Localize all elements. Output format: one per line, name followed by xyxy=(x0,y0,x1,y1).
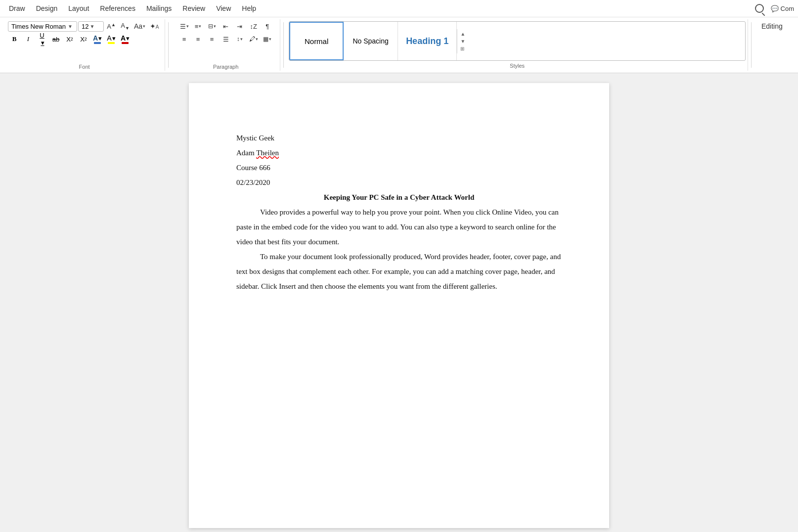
superscript-button[interactable]: X2 xyxy=(77,33,90,45)
style-normal[interactable]: Normal xyxy=(289,22,344,60)
align-center-button[interactable]: ≡ xyxy=(192,33,205,45)
italic-button[interactable]: I xyxy=(22,33,35,45)
highlight-color-button[interactable]: A ▾ xyxy=(105,33,118,45)
style-normal-label: Normal xyxy=(305,37,328,45)
borders-button[interactable]: ▦▾ xyxy=(261,33,274,45)
line-spacing-button[interactable]: ↕▾ xyxy=(233,33,246,45)
numbering-button[interactable]: ≡▾ xyxy=(192,20,205,32)
menu-draw[interactable]: Draw xyxy=(4,2,30,14)
doc-para2: To make your document look professionall… xyxy=(236,249,562,294)
font-name-arrow: ▼ xyxy=(68,24,73,29)
multilevel-list-button[interactable]: ⊟▾ xyxy=(206,20,219,32)
align-right-button[interactable]: ≡ xyxy=(206,33,219,45)
menu-view[interactable]: View xyxy=(211,2,236,14)
style-no-spacing-label: No Spacing xyxy=(353,37,388,45)
menu-mailings[interactable]: Mailings xyxy=(141,2,177,14)
menu-bar: Draw Design Layout References Mailings R… xyxy=(0,0,798,17)
decrease-indent-button[interactable]: ⇤ xyxy=(220,20,232,32)
doc-line-3: Course 666 xyxy=(236,160,562,175)
style-no-spacing[interactable]: No Spacing xyxy=(344,22,398,60)
subscript-button[interactable]: X2 xyxy=(63,33,76,45)
font-grow-button[interactable]: A▲ xyxy=(105,20,118,32)
comment-button[interactable]: 💬 Com xyxy=(771,5,794,12)
document-page[interactable]: Mystic Geek Adam Theilen Course 666 02/2… xyxy=(189,83,609,528)
menu-layout[interactable]: Layout xyxy=(63,2,94,14)
strikethrough-button[interactable]: ab xyxy=(49,33,62,45)
editing-button[interactable]: Editing xyxy=(758,20,786,32)
align-left-button[interactable]: ≡ xyxy=(178,33,191,45)
styles-expand[interactable]: ⊞ xyxy=(458,45,467,52)
menu-help[interactable]: Help xyxy=(237,2,261,14)
style-heading1-label: Heading 1 xyxy=(406,36,448,46)
doc-line2-misspelled: Theilen xyxy=(256,149,279,157)
font-color-button[interactable]: A ▾ xyxy=(91,33,104,45)
font-shrink-button[interactable]: A▼ xyxy=(119,20,132,32)
styles-scroll-controls: ▲ ▼ ⊞ xyxy=(457,29,468,53)
shading-button[interactable]: 🖍▾ xyxy=(247,33,260,45)
font-size-value: 12 xyxy=(82,23,89,30)
font-name-value: Times New Roman xyxy=(11,23,66,30)
menu-design[interactable]: Design xyxy=(31,2,63,14)
styles-scroll-up[interactable]: ▲ xyxy=(458,30,467,38)
sep3 xyxy=(751,22,752,68)
font-name-selector[interactable]: Times New Roman ▼ xyxy=(8,21,77,32)
doc-para1: Video provides a powerful way to help yo… xyxy=(236,205,562,249)
doc-title: Keeping Your PC Safe in a Cyber Attack W… xyxy=(236,190,562,205)
bold-button[interactable]: B xyxy=(8,33,21,45)
styles-group-label: Styles xyxy=(510,61,525,69)
doc-line-1: Mystic Geek xyxy=(236,131,562,145)
style-heading1[interactable]: Heading 1 xyxy=(398,22,457,60)
sort-button[interactable]: ↕Z xyxy=(247,20,260,32)
sep2 xyxy=(283,22,284,68)
editing-group: Editing xyxy=(754,19,794,71)
menu-review[interactable]: Review xyxy=(177,2,210,14)
styles-group: Normal No Spacing Heading 1 ▲ ▼ ⊞ xyxy=(287,19,748,71)
main-toolbar: Times New Roman ▼ 12 ▼ A▲ A▼ Aa xyxy=(0,17,798,73)
search-icon xyxy=(755,4,764,13)
styles-scroll-down[interactable]: ▼ xyxy=(458,38,467,45)
increase-indent-button[interactable]: ⇥ xyxy=(233,20,246,32)
search-button[interactable] xyxy=(751,2,768,15)
font-size-arrow: ▼ xyxy=(89,24,94,29)
paragraph-group: ☰▾ ≡▾ ⊟▾ ⇤ ⇥ ↕Z xyxy=(172,19,280,71)
font-size-selector[interactable]: 12 ▼ xyxy=(78,21,104,32)
font-group: Times New Roman ▼ 12 ▼ A▲ A▼ Aa xyxy=(4,19,165,71)
bullets-button[interactable]: ☰▾ xyxy=(178,20,191,32)
text-color-button[interactable]: A ▾ xyxy=(119,33,132,45)
doc-line2-prefix: Adam xyxy=(236,149,256,157)
document-area: Mystic Geek Adam Theilen Course 666 02/2… xyxy=(0,73,798,532)
sep1 xyxy=(168,22,169,68)
underline-button[interactable]: U ▾ xyxy=(36,33,48,45)
font-group-label: Font xyxy=(79,62,90,70)
show-paragraph-button[interactable]: ¶ xyxy=(261,20,274,32)
doc-line-4: 02/23/2020 xyxy=(236,175,562,190)
paragraph-group-label: Paragraph xyxy=(213,62,238,70)
change-case-button[interactable]: Aa ▾ xyxy=(133,20,147,32)
clear-formatting-button[interactable]: ✦A xyxy=(148,20,161,32)
menu-references[interactable]: References xyxy=(95,2,140,14)
justify-button[interactable]: ☰ xyxy=(220,33,232,45)
doc-line-2: Adam Theilen xyxy=(236,145,562,160)
styles-gallery: Normal No Spacing Heading 1 ▲ ▼ ⊞ xyxy=(289,21,746,61)
